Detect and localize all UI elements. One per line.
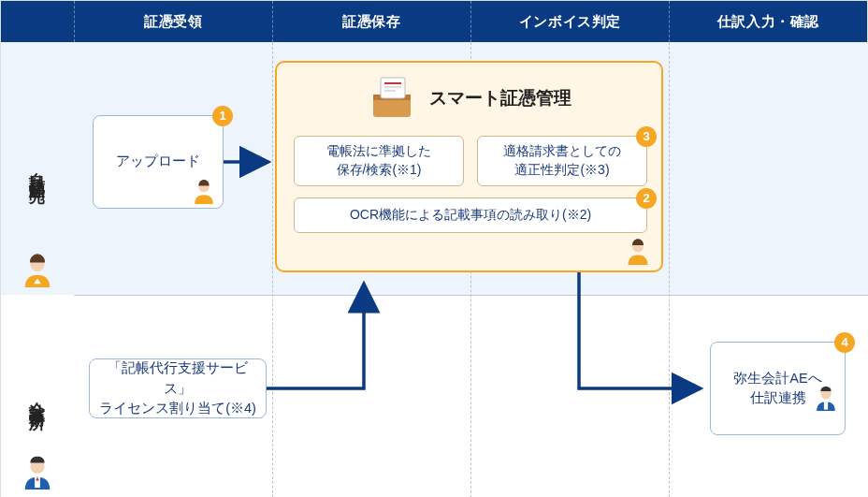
smart-title-text: スマート証憑管理 [429,86,571,110]
avatar-client [20,252,55,287]
body-area: アップロード 1 スマート証憑管理 [74,42,868,497]
avatar-upload-icon [191,178,217,204]
box-license: 「記帳代行支援サービス」 ライセンス割り当て(※4) [89,358,267,418]
badge-3: 3 [636,126,657,147]
svg-rect-7 [381,78,405,98]
header-side-spacer [1,1,74,42]
avatar-smart-icon [624,237,652,265]
subbox-denchoho: 電帳法に準拠した 保存/検索(※1) [294,136,464,186]
box-license-text: 「記帳代行支援サービス」 ライセンス割り当て(※4) [99,358,256,417]
side-label-1-text: 自計化顧問先 [27,159,49,178]
smart-title-row: スマート証憑管理 [277,63,661,121]
header-col-4: 仕訳入力・確認 [669,1,867,42]
badge-2: 2 [636,188,657,209]
side-label-row1: 自計化顧問先 [1,42,74,295]
box-yayoi-text: 弥生会計AEへ 仕訳連携 [733,369,821,408]
subbox-denchoho-text: 電帳法に準拠した 保存/検索(※1) [326,142,431,179]
subbox-tekikaku-text: 適格請求書としての 適正性判定(※3) [503,142,621,179]
svg-rect-13 [824,402,828,409]
avatar-yayoi-icon [813,365,839,431]
subbox-ocr: OCR機能による記載事項の読み取り(※2) 2 [294,197,647,233]
subbox-ocr-text: OCR機能による記載事項の読み取り(※2) [350,206,591,225]
subbox-tekikaku: 適格請求書としての 適正性判定(※3) 3 [477,136,647,186]
box-smart-management: スマート証憑管理 電帳法に準拠した 保存/検索(※1) 適格請求書としての 適正… [275,61,663,272]
box-upload: アップロード 1 [93,115,224,209]
header-col-3: インボイス判定 [470,1,669,42]
header-col-1: 証憑受領 [74,1,272,42]
diagram-canvas: 証憑受領 証憑保存 インボイス判定 仕訳入力・確認 自計化顧問先 会計事務所 [0,0,868,497]
badge-1: 1 [212,106,233,126]
badge-4: 4 [834,332,855,353]
side-label-2-text: 会計事務所 [27,388,49,404]
side-label-row2: 会計事務所 [1,295,74,497]
box-upload-text: アップロード [116,152,200,171]
avatar-accountant [20,454,55,490]
box-yayoi: 弥生会計AEへ 仕訳連携 4 [710,342,846,435]
header-row: 証憑受領 証憑保存 インボイス判定 仕訳入力・確認 [1,1,867,42]
header-col-2: 証憑保存 [272,1,470,42]
document-box-icon [368,76,416,121]
